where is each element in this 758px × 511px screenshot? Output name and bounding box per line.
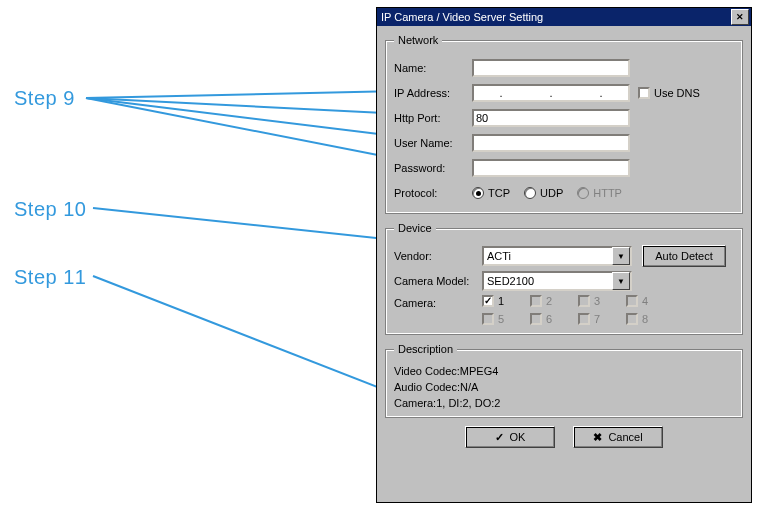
chevron-down-icon: ▼ bbox=[612, 272, 630, 290]
camera-3-checkbox: 3 bbox=[578, 295, 612, 307]
dialog-title: IP Camera / Video Server Setting bbox=[381, 11, 543, 23]
checkbox-icon bbox=[530, 295, 542, 307]
description-line-3: Camera:1, DI:2, DO:2 bbox=[394, 395, 734, 411]
name-input[interactable] bbox=[472, 59, 630, 77]
close-icon: ✕ bbox=[736, 13, 744, 22]
vendor-value: ACTi bbox=[487, 250, 511, 262]
device-group: Device Vendor: ACTi ▼ Auto Detect Camera… bbox=[385, 222, 743, 335]
vendor-label: Vendor: bbox=[394, 250, 482, 262]
checkbox-icon bbox=[626, 295, 638, 307]
checkbox-icon bbox=[578, 295, 590, 307]
camera-6-checkbox: 6 bbox=[530, 313, 564, 325]
radio-icon bbox=[472, 187, 484, 199]
description-legend: Description bbox=[394, 343, 457, 355]
protocol-http-radio: HTTP bbox=[577, 187, 622, 199]
network-legend: Network bbox=[394, 34, 442, 46]
checkbox-icon bbox=[578, 313, 590, 325]
protocol-udp-radio[interactable]: UDP bbox=[524, 187, 563, 199]
vendor-select[interactable]: ACTi ▼ bbox=[482, 246, 632, 266]
camera-label: Camera: bbox=[394, 295, 482, 309]
chevron-down-icon: ▼ bbox=[612, 247, 630, 265]
model-value: SED2100 bbox=[487, 275, 534, 287]
username-label: User Name: bbox=[394, 137, 472, 149]
close-button[interactable]: ✕ bbox=[731, 9, 749, 25]
radio-icon bbox=[577, 187, 589, 199]
checkbox-icon bbox=[482, 313, 494, 325]
password-label: Password: bbox=[394, 162, 472, 174]
auto-detect-button[interactable]: Auto Detect bbox=[642, 245, 726, 267]
camera-1-checkbox[interactable]: 1 bbox=[482, 295, 516, 307]
checkbox-icon bbox=[530, 313, 542, 325]
annotation-step-9: Step 9 bbox=[14, 87, 75, 110]
network-group: Network Name: IP Address: ... Use DNS bbox=[385, 34, 743, 214]
checkbox-icon bbox=[482, 295, 494, 307]
ip-label: IP Address: bbox=[394, 87, 472, 99]
description-line-2: Audio Codec:N/A bbox=[394, 379, 734, 395]
check-icon: ✓ bbox=[495, 431, 504, 444]
ip-input[interactable]: ... bbox=[472, 84, 630, 102]
annotation-step-10: Step 10 bbox=[14, 198, 86, 221]
camera-8-checkbox: 8 bbox=[626, 313, 660, 325]
http-port-label: Http Port: bbox=[394, 112, 472, 124]
ok-button[interactable]: ✓ OK bbox=[465, 426, 555, 448]
model-label: Camera Model: bbox=[394, 275, 482, 287]
checkbox-icon bbox=[626, 313, 638, 325]
description-line-1: Video Codec:MPEG4 bbox=[394, 363, 734, 379]
model-select[interactable]: SED2100 ▼ bbox=[482, 271, 632, 291]
titlebar: IP Camera / Video Server Setting ✕ bbox=[377, 8, 751, 26]
use-dns-label: Use DNS bbox=[654, 87, 700, 99]
description-group: Description Video Codec:MPEG4 Audio Code… bbox=[385, 343, 743, 418]
protocol-tcp-radio[interactable]: TCP bbox=[472, 187, 510, 199]
password-input[interactable] bbox=[472, 159, 630, 177]
x-icon: ✖ bbox=[593, 431, 602, 444]
ip-camera-dialog: IP Camera / Video Server Setting ✕ Netwo… bbox=[376, 7, 752, 503]
name-label: Name: bbox=[394, 62, 472, 74]
username-input[interactable] bbox=[472, 134, 630, 152]
annotation-step-11: Step 11 bbox=[14, 266, 86, 289]
protocol-label: Protocol: bbox=[394, 187, 472, 199]
camera-4-checkbox: 4 bbox=[626, 295, 660, 307]
camera-2-checkbox: 2 bbox=[530, 295, 564, 307]
device-legend: Device bbox=[394, 222, 436, 234]
http-port-input[interactable] bbox=[472, 109, 630, 127]
radio-icon bbox=[524, 187, 536, 199]
camera-7-checkbox: 7 bbox=[578, 313, 612, 325]
use-dns-checkbox[interactable]: Use DNS bbox=[638, 87, 700, 99]
checkbox-icon bbox=[638, 87, 650, 99]
camera-5-checkbox: 5 bbox=[482, 313, 516, 325]
cancel-button[interactable]: ✖ Cancel bbox=[573, 426, 663, 448]
